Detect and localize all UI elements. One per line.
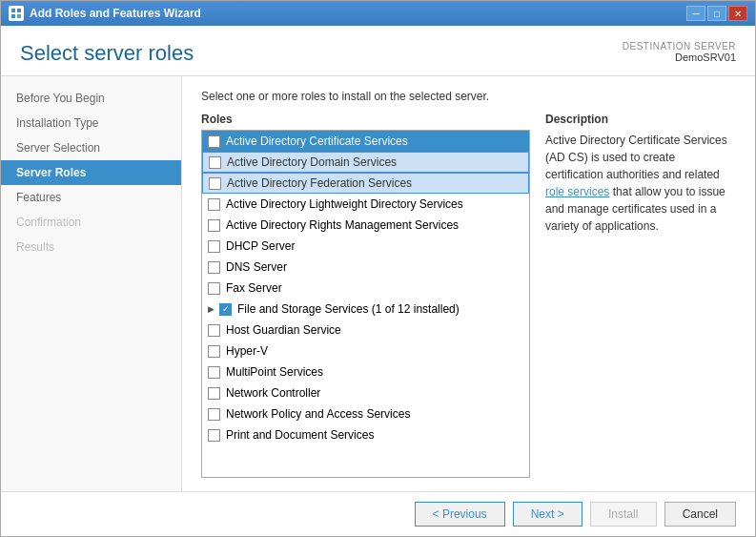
list-item[interactable]: DNS Server: [202, 257, 529, 278]
role-checkbox[interactable]: [208, 219, 220, 232]
role-checkbox[interactable]: [208, 324, 220, 337]
title-bar: Add Roles and Features Wizard ─ □ ✕: [1, 1, 755, 26]
list-item[interactable]: Fax Server: [202, 278, 529, 299]
role-checkbox[interactable]: [209, 156, 221, 169]
svg-rect-0: [11, 9, 15, 12]
expand-arrow-icon[interactable]: ▶: [204, 302, 217, 316]
next-button[interactable]: Next >: [513, 502, 582, 527]
page-header: Select server roles DESTINATION SERVER D…: [1, 26, 755, 76]
list-item[interactable]: Active Directory Domain Services: [202, 152, 529, 173]
list-item[interactable]: Active Directory Certificate Services: [202, 131, 529, 152]
content-body: Roles Active Directory Certificate Servi…: [201, 113, 736, 478]
main-window: Add Roles and Features Wizard ─ □ ✕ Sele…: [0, 0, 756, 537]
description-text: Active Directory Certificate Services (A…: [545, 132, 736, 235]
list-item[interactable]: Active Directory Federation Services: [202, 173, 529, 194]
role-checkbox[interactable]: [208, 408, 220, 421]
previous-button[interactable]: < Previous: [415, 502, 505, 527]
role-checkbox[interactable]: [208, 135, 220, 148]
sidebar-item-installation-type[interactable]: Installation Type: [1, 111, 181, 135]
svg-rect-1: [17, 9, 21, 12]
page-title: Select server roles: [20, 41, 194, 66]
list-item[interactable]: ▶ ✓ File and Storage Services (1 of 12 i…: [202, 299, 529, 320]
install-button: Install: [590, 502, 657, 527]
description-header: Description: [545, 113, 736, 126]
role-checkbox[interactable]: [209, 177, 221, 190]
roles-list-container[interactable]: Active Directory Certificate Services Ac…: [201, 130, 530, 478]
list-item[interactable]: Host Guardian Service: [202, 320, 529, 341]
sidebar: Before You Begin Installation Type Serve…: [1, 76, 182, 491]
role-checkbox[interactable]: ✓: [219, 303, 232, 316]
instruction-text: Select one or more roles to install on t…: [201, 90, 736, 103]
cancel-button[interactable]: Cancel: [664, 502, 736, 527]
description-panel: Description Active Directory Certificate…: [545, 113, 736, 478]
svg-rect-3: [17, 14, 21, 18]
role-checkbox[interactable]: [208, 282, 220, 295]
list-item[interactable]: DHCP Server: [202, 236, 529, 257]
sidebar-item-confirmation: Confirmation: [1, 210, 181, 235]
role-checkbox[interactable]: [208, 366, 220, 379]
list-item[interactable]: Network Controller: [202, 382, 529, 403]
role-checkbox[interactable]: [208, 261, 220, 274]
role-checkbox[interactable]: [208, 345, 220, 358]
role-checkbox[interactable]: [208, 198, 220, 211]
role-checkbox[interactable]: [208, 429, 220, 442]
maximize-button[interactable]: □: [707, 6, 726, 21]
list-item[interactable]: MultiPoint Services: [202, 361, 529, 382]
role-checkbox[interactable]: [208, 387, 220, 400]
list-item[interactable]: Hyper-V: [202, 341, 529, 361]
content-area: Select one or more roles to install on t…: [182, 76, 755, 491]
sidebar-item-features[interactable]: Features: [1, 185, 181, 210]
roles-panel: Roles Active Directory Certificate Servi…: [201, 113, 530, 478]
minimize-button[interactable]: ─: [686, 6, 705, 21]
svg-rect-2: [11, 14, 15, 18]
list-item[interactable]: Active Directory Rights Management Servi…: [202, 215, 529, 236]
roles-list: Active Directory Certificate Services Ac…: [202, 131, 529, 445]
sidebar-item-results: Results: [1, 235, 181, 259]
list-item[interactable]: Print and Document Services: [202, 424, 529, 445]
window-title: Add Roles and Features Wizard: [30, 7, 681, 20]
main-content: Before You Begin Installation Type Serve…: [1, 76, 755, 491]
role-checkbox[interactable]: [208, 240, 220, 253]
destination-label: DESTINATION SERVER: [623, 41, 736, 52]
roles-header: Roles: [201, 113, 530, 126]
close-button[interactable]: ✕: [728, 6, 747, 21]
sidebar-item-server-selection[interactable]: Server Selection: [1, 135, 181, 160]
app-icon: [9, 6, 24, 21]
list-item[interactable]: Network Policy and Access Services: [202, 403, 529, 424]
window-controls: ─ □ ✕: [686, 6, 747, 21]
footer: < Previous Next > Install Cancel: [1, 491, 755, 536]
list-item[interactable]: Active Directory Lightweight Directory S…: [202, 194, 529, 215]
sidebar-item-before-you-begin[interactable]: Before You Begin: [1, 86, 181, 111]
destination-name: DemoSRV01: [623, 52, 736, 63]
sidebar-item-server-roles[interactable]: Server Roles: [1, 160, 181, 185]
description-link[interactable]: role services: [545, 185, 609, 198]
destination-server-info: DESTINATION SERVER DemoSRV01: [623, 41, 736, 63]
